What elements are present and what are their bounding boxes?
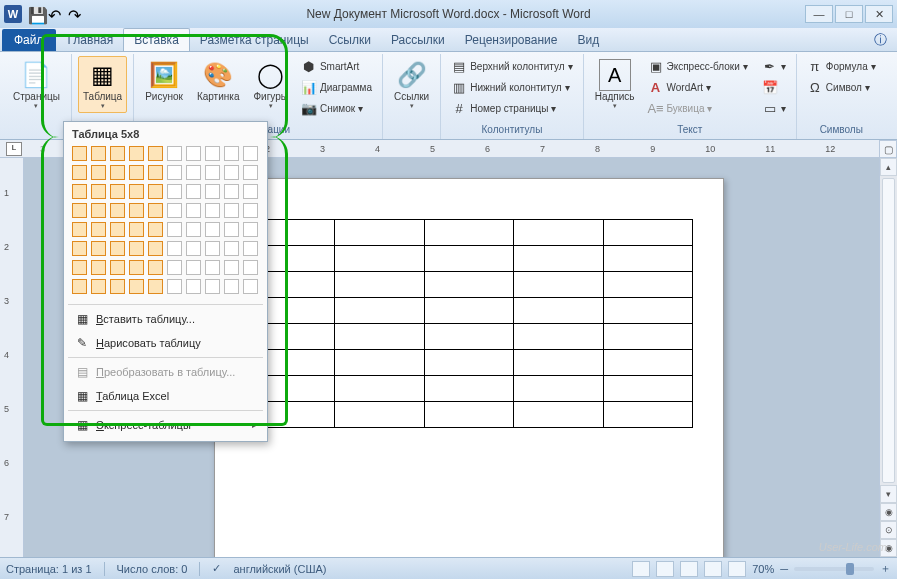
table-cell[interactable]	[335, 376, 424, 402]
dropdown-item[interactable]: ✎Нарисовать таблицу	[68, 331, 263, 355]
table-cell[interactable]	[514, 220, 603, 246]
document-table[interactable]	[245, 219, 693, 428]
view-print-layout[interactable]	[632, 561, 650, 577]
grid-cell[interactable]	[129, 279, 144, 294]
grid-cell[interactable]	[129, 165, 144, 180]
table-cell[interactable]	[424, 246, 513, 272]
dropdown-item[interactable]: ▦Таблица Excel	[68, 384, 263, 408]
close-button[interactable]: ✕	[865, 5, 893, 23]
symbol-button[interactable]: ΩСимвол ▾	[803, 77, 880, 97]
text-extra2[interactable]: 📅	[758, 77, 790, 97]
zoom-level[interactable]: 70%	[752, 563, 774, 575]
status-words[interactable]: Число слов: 0	[117, 563, 188, 575]
tab-home[interactable]: Главная	[58, 29, 124, 51]
grid-cell[interactable]	[167, 184, 182, 199]
table-cell[interactable]	[335, 324, 424, 350]
grid-cell[interactable]	[148, 146, 163, 161]
help-icon[interactable]: ⓘ	[874, 31, 887, 49]
grid-cell[interactable]	[224, 222, 239, 237]
grid-cell[interactable]	[148, 165, 163, 180]
grid-cell[interactable]	[110, 222, 125, 237]
grid-cell[interactable]	[91, 260, 106, 275]
browse-object-icon[interactable]: ⊙	[880, 521, 897, 539]
grid-cell[interactable]	[243, 203, 258, 218]
grid-cell[interactable]	[72, 184, 87, 199]
grid-cell[interactable]	[110, 203, 125, 218]
grid-cell[interactable]	[224, 241, 239, 256]
grid-cell[interactable]	[167, 203, 182, 218]
view-draft[interactable]	[728, 561, 746, 577]
pages-button[interactable]: 📄 Страницы ▾	[8, 56, 65, 113]
grid-cell[interactable]	[72, 146, 87, 161]
grid-cell[interactable]	[167, 279, 182, 294]
view-web[interactable]	[680, 561, 698, 577]
grid-cell[interactable]	[91, 165, 106, 180]
grid-cell[interactable]	[72, 279, 87, 294]
table-cell[interactable]	[514, 298, 603, 324]
grid-cell[interactable]	[91, 222, 106, 237]
textbox-button[interactable]: AНадпись▾	[590, 56, 640, 113]
chart-button[interactable]: 📊Диаграмма	[297, 77, 376, 97]
grid-cell[interactable]	[129, 146, 144, 161]
table-cell[interactable]	[603, 246, 692, 272]
wordart-button[interactable]: AWordArt ▾	[644, 77, 752, 97]
table-cell[interactable]	[335, 402, 424, 428]
pagenum-button[interactable]: #Номер страницы ▾	[447, 98, 577, 118]
spell-check-icon[interactable]: ✓	[212, 562, 221, 575]
grid-cell[interactable]	[224, 203, 239, 218]
smartart-button[interactable]: ⬢SmartArt	[297, 56, 376, 76]
tab-mailings[interactable]: Рассылки	[381, 29, 455, 51]
grid-cell[interactable]	[186, 146, 201, 161]
grid-cell[interactable]	[91, 146, 106, 161]
grid-cell[interactable]	[110, 260, 125, 275]
table-cell[interactable]	[603, 324, 692, 350]
grid-cell[interactable]	[129, 241, 144, 256]
grid-cell[interactable]	[110, 184, 125, 199]
grid-cell[interactable]	[205, 222, 220, 237]
prev-page-icon[interactable]: ◉	[880, 503, 897, 521]
grid-cell[interactable]	[148, 260, 163, 275]
grid-cell[interactable]	[91, 241, 106, 256]
links-button[interactable]: 🔗Ссылки▾	[389, 56, 434, 113]
view-outline[interactable]	[704, 561, 722, 577]
table-cell[interactable]	[424, 298, 513, 324]
grid-cell[interactable]	[224, 260, 239, 275]
table-cell[interactable]	[424, 350, 513, 376]
grid-cell[interactable]	[167, 260, 182, 275]
grid-cell[interactable]	[167, 146, 182, 161]
grid-cell[interactable]	[224, 279, 239, 294]
grid-cell[interactable]	[243, 146, 258, 161]
status-page[interactable]: Страница: 1 из 1	[6, 563, 92, 575]
grid-cell[interactable]	[186, 241, 201, 256]
table-cell[interactable]	[424, 220, 513, 246]
grid-cell[interactable]	[205, 165, 220, 180]
tab-page-layout[interactable]: Разметка страницы	[190, 29, 319, 51]
tab-review[interactable]: Рецензирование	[455, 29, 568, 51]
table-cell[interactable]	[424, 376, 513, 402]
redo-icon[interactable]: ↷	[68, 6, 84, 22]
footer-button[interactable]: ▥Нижний колонтитул ▾	[447, 77, 577, 97]
table-grid-picker[interactable]	[68, 144, 263, 302]
table-cell[interactable]	[424, 324, 513, 350]
picture-button[interactable]: 🖼️Рисунок	[140, 56, 188, 105]
grid-cell[interactable]	[205, 279, 220, 294]
table-cell[interactable]	[335, 272, 424, 298]
table-cell[interactable]	[603, 220, 692, 246]
grid-cell[interactable]	[72, 203, 87, 218]
table-cell[interactable]	[603, 376, 692, 402]
scroll-thumb[interactable]	[882, 178, 895, 483]
quickparts-button[interactable]: ▣Экспресс-блоки ▾	[644, 56, 752, 76]
grid-cell[interactable]	[205, 203, 220, 218]
grid-cell[interactable]	[186, 260, 201, 275]
table-cell[interactable]	[335, 298, 424, 324]
grid-cell[interactable]	[186, 222, 201, 237]
table-button[interactable]: ▦ Таблица ▾	[78, 56, 127, 113]
grid-cell[interactable]	[224, 165, 239, 180]
grid-cell[interactable]	[148, 222, 163, 237]
dropdown-item[interactable]: ▦Вставить таблицу...	[68, 307, 263, 331]
grid-cell[interactable]	[186, 279, 201, 294]
grid-cell[interactable]	[129, 222, 144, 237]
scroll-down-icon[interactable]: ▾	[880, 485, 897, 503]
grid-cell[interactable]	[243, 184, 258, 199]
header-button[interactable]: ▤Верхний колонтитул ▾	[447, 56, 577, 76]
